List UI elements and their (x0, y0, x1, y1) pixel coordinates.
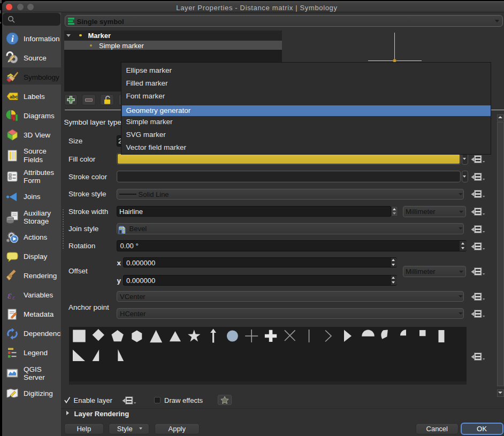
svg-text:i: i (11, 34, 14, 44)
svg-text:ε: ε (12, 293, 16, 301)
svg-text:abc: abc (10, 94, 18, 100)
svg-text:ε: ε (7, 289, 12, 301)
